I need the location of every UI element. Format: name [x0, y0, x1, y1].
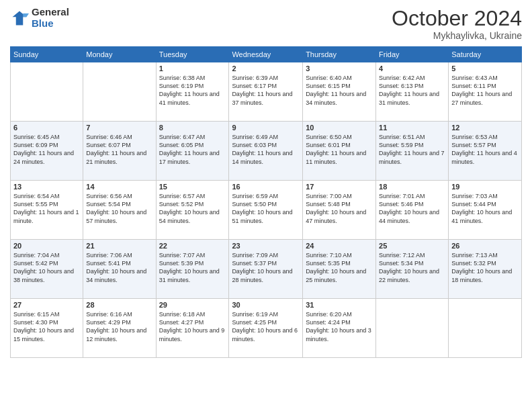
header-wednesday: Wednesday — [229, 47, 303, 62]
day-detail: Sunrise: 6:20 AMSunset: 4:24 PMDaylight:… — [306, 311, 371, 342]
day-number: 26 — [451, 242, 519, 250]
header-sunday: Sunday — [11, 47, 83, 62]
day-detail: Sunrise: 7:13 AMSunset: 5:32 PMDaylight:… — [451, 252, 512, 283]
day-number: 11 — [379, 124, 445, 132]
table-row: 27 Sunrise: 6:15 AMSunset: 4:30 PMDaylig… — [11, 299, 83, 358]
day-number: 22 — [159, 242, 226, 250]
day-number: 1 — [159, 64, 226, 73]
logo-icon — [10, 9, 29, 28]
header-friday: Friday — [376, 47, 449, 62]
table-row: 8 Sunrise: 6:47 AMSunset: 6:05 PMDayligh… — [156, 122, 229, 181]
table-row: 7 Sunrise: 6:46 AMSunset: 6:07 PMDayligh… — [83, 122, 156, 181]
header: General Blue October 2024 Mykhaylivka, U… — [10, 7, 522, 41]
logo-general: General — [32, 6, 69, 17]
day-number: 6 — [13, 124, 80, 132]
day-number: 7 — [86, 124, 152, 132]
table-row: 15 Sunrise: 6:57 AMSunset: 5:52 PMDaylig… — [156, 181, 229, 240]
day-number: 3 — [306, 64, 373, 73]
day-detail: Sunrise: 6:51 AMSunset: 5:59 PMDaylight:… — [379, 134, 445, 165]
day-detail: Sunrise: 6:42 AMSunset: 6:13 PMDaylight:… — [379, 75, 439, 105]
table-row — [449, 299, 522, 358]
header-monday: Monday — [83, 47, 156, 62]
day-number: 15 — [159, 183, 226, 191]
day-number: 2 — [232, 64, 300, 73]
table-row: 30 Sunrise: 6:19 AMSunset: 4:25 PMDaylig… — [229, 299, 303, 358]
day-detail: Sunrise: 7:12 AMSunset: 5:34 PMDaylight:… — [379, 252, 439, 283]
header-saturday: Saturday — [449, 47, 522, 62]
day-number: 23 — [232, 242, 300, 250]
table-row: 12 Sunrise: 6:53 AMSunset: 5:57 PMDaylig… — [449, 122, 522, 181]
weekday-header-row: Sunday Monday Tuesday Wednesday Thursday… — [11, 47, 522, 62]
table-row: 23 Sunrise: 7:09 AMSunset: 5:37 PMDaylig… — [229, 240, 303, 299]
logo-blue: Blue — [32, 17, 54, 29]
day-detail: Sunrise: 6:46 AMSunset: 6:07 PMDaylight:… — [86, 134, 146, 165]
day-detail: Sunrise: 6:50 AMSunset: 6:01 PMDaylight:… — [306, 134, 366, 165]
day-number: 14 — [86, 183, 152, 191]
table-row: 14 Sunrise: 6:56 AMSunset: 5:54 PMDaylig… — [83, 181, 156, 240]
table-row: 9 Sunrise: 6:49 AMSunset: 6:03 PMDayligh… — [229, 122, 303, 181]
table-row: 10 Sunrise: 6:50 AMSunset: 6:01 PMDaylig… — [303, 122, 376, 181]
day-detail: Sunrise: 6:47 AMSunset: 6:05 PMDaylight:… — [159, 134, 220, 165]
table-row: 22 Sunrise: 7:07 AMSunset: 5:39 PMDaylig… — [156, 240, 229, 299]
day-detail: Sunrise: 6:59 AMSunset: 5:50 PMDaylight:… — [232, 193, 292, 224]
day-number: 29 — [159, 301, 226, 309]
day-number: 4 — [379, 64, 445, 73]
week-row-5: 27 Sunrise: 6:15 AMSunset: 4:30 PMDaylig… — [11, 299, 522, 358]
table-row: 3 Sunrise: 6:40 AMSunset: 6:15 PMDayligh… — [303, 62, 376, 122]
day-detail: Sunrise: 7:01 AMSunset: 5:46 PMDaylight:… — [379, 193, 439, 224]
day-number: 10 — [306, 124, 373, 132]
table-row: 28 Sunrise: 6:16 AMSunset: 4:29 PMDaylig… — [83, 299, 156, 358]
location: Mykhaylivka, Ukraine — [392, 30, 522, 41]
table-row: 19 Sunrise: 7:03 AMSunset: 5:44 PMDaylig… — [449, 181, 522, 240]
table-row: 11 Sunrise: 6:51 AMSunset: 5:59 PMDaylig… — [376, 122, 449, 181]
table-row: 5 Sunrise: 6:43 AMSunset: 6:11 PMDayligh… — [449, 62, 522, 122]
page: General Blue October 2024 Mykhaylivka, U… — [0, 0, 532, 411]
day-detail: Sunrise: 7:04 AMSunset: 5:42 PMDaylight:… — [13, 252, 74, 283]
day-detail: Sunrise: 6:19 AMSunset: 4:25 PMDaylight:… — [232, 311, 298, 342]
day-detail: Sunrise: 7:00 AMSunset: 5:48 PMDaylight:… — [306, 193, 366, 224]
svg-marker-0 — [13, 11, 27, 25]
day-detail: Sunrise: 7:07 AMSunset: 5:39 PMDaylight:… — [159, 252, 220, 283]
table-row: 25 Sunrise: 7:12 AMSunset: 5:34 PMDaylig… — [376, 240, 449, 299]
week-row-3: 13 Sunrise: 6:54 AMSunset: 5:55 PMDaylig… — [11, 181, 522, 240]
day-number: 19 — [451, 183, 519, 191]
table-row: 31 Sunrise: 6:20 AMSunset: 4:24 PMDaylig… — [303, 299, 376, 358]
day-number: 20 — [13, 242, 80, 250]
day-detail: Sunrise: 6:43 AMSunset: 6:11 PMDaylight:… — [451, 75, 512, 105]
logo-text: General Blue — [32, 7, 69, 29]
day-detail: Sunrise: 7:06 AMSunset: 5:41 PMDaylight:… — [86, 252, 146, 283]
table-row: 13 Sunrise: 6:54 AMSunset: 5:55 PMDaylig… — [11, 181, 83, 240]
day-detail: Sunrise: 6:56 AMSunset: 5:54 PMDaylight:… — [86, 193, 146, 224]
table-row: 1 Sunrise: 6:38 AMSunset: 6:19 PMDayligh… — [156, 62, 229, 122]
day-number: 8 — [159, 124, 226, 132]
table-row: 29 Sunrise: 6:18 AMSunset: 4:27 PMDaylig… — [156, 299, 229, 358]
day-detail: Sunrise: 6:15 AMSunset: 4:30 PMDaylight:… — [13, 311, 74, 342]
day-detail: Sunrise: 6:49 AMSunset: 6:03 PMDaylight:… — [232, 134, 292, 165]
day-number: 21 — [86, 242, 152, 250]
table-row: 21 Sunrise: 7:06 AMSunset: 5:41 PMDaylig… — [83, 240, 156, 299]
table-row — [83, 62, 156, 122]
table-row: 24 Sunrise: 7:10 AMSunset: 5:35 PMDaylig… — [303, 240, 376, 299]
logo: General Blue — [10, 7, 69, 29]
day-number: 31 — [306, 301, 373, 309]
table-row: 2 Sunrise: 6:39 AMSunset: 6:17 PMDayligh… — [229, 62, 303, 122]
day-detail: Sunrise: 6:40 AMSunset: 6:15 PMDaylight:… — [306, 75, 366, 105]
day-detail: Sunrise: 6:53 AMSunset: 5:57 PMDaylight:… — [451, 134, 517, 165]
table-row: 20 Sunrise: 7:04 AMSunset: 5:42 PMDaylig… — [11, 240, 83, 299]
day-number: 18 — [379, 183, 445, 191]
table-row — [11, 62, 83, 122]
month-title: October 2024 — [392, 7, 522, 30]
day-detail: Sunrise: 6:57 AMSunset: 5:52 PMDaylight:… — [159, 193, 220, 224]
day-number: 25 — [379, 242, 445, 250]
week-row-1: 1 Sunrise: 6:38 AMSunset: 6:19 PMDayligh… — [11, 62, 522, 122]
title-block: October 2024 Mykhaylivka, Ukraine — [392, 7, 522, 41]
table-row — [376, 299, 449, 358]
table-row: 4 Sunrise: 6:42 AMSunset: 6:13 PMDayligh… — [376, 62, 449, 122]
day-number: 28 — [86, 301, 152, 309]
day-detail: Sunrise: 6:38 AMSunset: 6:19 PMDaylight:… — [159, 75, 220, 105]
day-number: 16 — [232, 183, 300, 191]
table-row: 6 Sunrise: 6:45 AMSunset: 6:09 PMDayligh… — [11, 122, 83, 181]
week-row-4: 20 Sunrise: 7:04 AMSunset: 5:42 PMDaylig… — [11, 240, 522, 299]
header-tuesday: Tuesday — [156, 47, 229, 62]
table-row: 26 Sunrise: 7:13 AMSunset: 5:32 PMDaylig… — [449, 240, 522, 299]
